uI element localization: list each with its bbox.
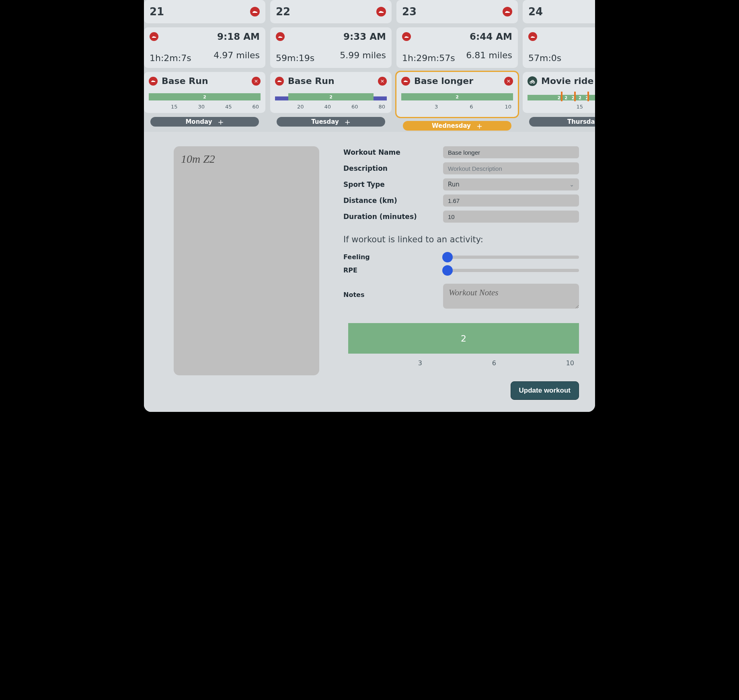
day-column-24: 24 57m:0s Movie ride — [523, 0, 595, 132]
date-card[interactable]: 21 — [144, 0, 265, 23]
axis-tick: 45 — [225, 104, 232, 110]
plan-title: Movie ride — [541, 76, 594, 86]
planned-workout-card-selected[interactable]: Base longer × 2 3 6 10 — [396, 72, 518, 117]
activity-distance: 5.99 miles — [340, 50, 386, 60]
add-icon: + — [476, 122, 482, 130]
mini-axis: 15 30 45 60 — [149, 104, 261, 110]
axis-tick: 6 — [470, 104, 473, 110]
plan-title: Base Run — [288, 76, 335, 86]
description-input[interactable] — [443, 162, 579, 174]
zone-mini-chart: 2 — [401, 93, 513, 102]
activity-duration: 1h:29m:57s — [402, 53, 455, 63]
label-notes: Notes — [343, 284, 436, 299]
slider-thumb[interactable] — [442, 265, 453, 276]
date-card[interactable]: 24 — [523, 0, 595, 23]
completed-activity-card[interactable]: 9:18 AM 1h:2m:7s 4.97 miles — [144, 27, 265, 68]
date-number: 24 — [528, 6, 543, 18]
zone-2-block: 2 — [288, 93, 373, 100]
label-duration: Duration (minutes) — [343, 213, 436, 221]
axis-tick: 20 — [297, 104, 304, 110]
run-type-icon — [503, 7, 512, 16]
label-rpe: RPE — [343, 266, 436, 274]
workout-form: Workout Name Description Sport Type Run … — [343, 146, 579, 400]
planned-workout-card[interactable]: Movie ride 2 2 2 2 2 3 15 30 — [523, 72, 595, 113]
activity-time: 6:44 AM — [470, 31, 512, 42]
shoe-icon — [276, 32, 285, 41]
activity-duration: 59m:19s — [276, 53, 314, 63]
shoe-icon — [401, 77, 410, 86]
workout-summary-textarea[interactable] — [174, 146, 319, 375]
duration-input[interactable] — [443, 211, 579, 223]
day-column-23: 23 6:44 AM 1h:29m:57s 6.81 miles — [396, 0, 518, 132]
date-number: 23 — [402, 6, 417, 18]
slider-thumb[interactable] — [442, 252, 453, 262]
axis-tick: 30 — [198, 104, 205, 110]
day-pill-monday[interactable]: Monday + — [150, 117, 259, 127]
label-workout-name: Workout Name — [343, 148, 436, 156]
day-pill-wednesday[interactable]: Wednesday + — [403, 121, 511, 131]
activity-distance: 6.81 miles — [466, 50, 512, 60]
add-icon: + — [218, 118, 224, 126]
distance-input[interactable] — [443, 194, 579, 207]
interval-marker-icon — [574, 92, 576, 101]
axis-tick: 3 — [418, 359, 422, 367]
feeling-slider[interactable] — [443, 256, 579, 259]
label-feeling: Feeling — [343, 253, 436, 261]
mini-axis: 3 6 10 — [401, 104, 513, 110]
shoe-icon — [150, 32, 158, 41]
date-card[interactable]: 22 — [270, 0, 392, 23]
shoe-icon — [402, 32, 411, 41]
axis-tick: 60 — [351, 104, 358, 110]
sport-type-value: Run — [448, 181, 460, 188]
zone-mini-chart: 2 — [275, 93, 387, 102]
date-number: 21 — [150, 6, 164, 18]
axis-tick: 10 — [505, 104, 511, 110]
day-label: Thursday — [567, 118, 595, 125]
update-workout-button[interactable]: Update workout — [511, 381, 579, 400]
run-type-icon — [250, 7, 260, 16]
zone-2-block: 2 — [401, 93, 513, 100]
activity-time: 9:18 AM — [217, 31, 260, 42]
date-card[interactable]: 23 — [396, 0, 518, 23]
mini-axis: 20 40 60 80 — [275, 104, 387, 110]
label-description: Description — [343, 164, 436, 172]
day-pill-thursday[interactable]: Thursday — [529, 117, 595, 127]
activity-distance: 4.97 miles — [213, 50, 260, 60]
label-sport-type: Sport Type — [343, 180, 436, 188]
delete-plan-button[interactable]: × — [504, 77, 513, 86]
delete-plan-button[interactable]: × — [252, 77, 261, 86]
activity-duration: 1h:2m:7s — [150, 53, 191, 63]
mini-axis: 15 30 — [528, 104, 595, 110]
activity-time: 9:33 AM — [343, 31, 386, 42]
day-pill-tuesday[interactable]: Tuesday + — [277, 117, 385, 127]
zone-label: 2 — [461, 334, 466, 344]
day-column-21: 21 9:18 AM 1h:2m:7s 4.97 miles — [144, 0, 265, 132]
warmup-block — [275, 96, 288, 100]
completed-activity-card[interactable]: 6:44 AM 1h:29m:57s 6.81 miles — [396, 27, 518, 68]
delete-plan-button[interactable]: × — [378, 77, 387, 86]
workout-edit-panel: Workout Name Description Sport Type Run … — [144, 132, 595, 412]
date-number: 22 — [276, 6, 290, 18]
linked-activity-heading: If workout is linked to an activity: — [343, 235, 579, 244]
label-distance: Distance (km) — [343, 196, 436, 205]
interval-marker-icon — [587, 92, 589, 101]
rpe-slider[interactable] — [443, 269, 579, 272]
planned-workout-card[interactable]: Base Run × 2 15 30 45 60 — [144, 72, 265, 113]
zone-label: 2 — [329, 94, 333, 100]
zone-mini-chart: 2 — [149, 93, 261, 102]
planned-workout-card[interactable]: Base Run × 2 20 40 60 80 — [270, 72, 392, 113]
day-label: Wednesday — [432, 122, 471, 129]
completed-activity-card[interactable]: 57m:0s — [523, 27, 595, 68]
activity-duration: 57m:0s — [528, 53, 561, 63]
day-label: Monday — [185, 118, 212, 125]
bike-icon — [528, 76, 537, 86]
workout-name-input[interactable] — [443, 146, 579, 158]
interval-marker-icon — [561, 92, 562, 101]
zone-label: 2 — [203, 94, 206, 100]
zone-mini-chart: 2 2 2 2 2 3 — [528, 93, 595, 102]
sport-type-select[interactable]: Run ⌄ — [443, 178, 579, 190]
day-label: Tuesday — [311, 118, 339, 125]
workout-notes-textarea[interactable] — [443, 284, 579, 309]
completed-activity-card[interactable]: 9:33 AM 59m:19s 5.99 miles — [270, 27, 392, 68]
plan-title: Base Run — [162, 76, 208, 86]
